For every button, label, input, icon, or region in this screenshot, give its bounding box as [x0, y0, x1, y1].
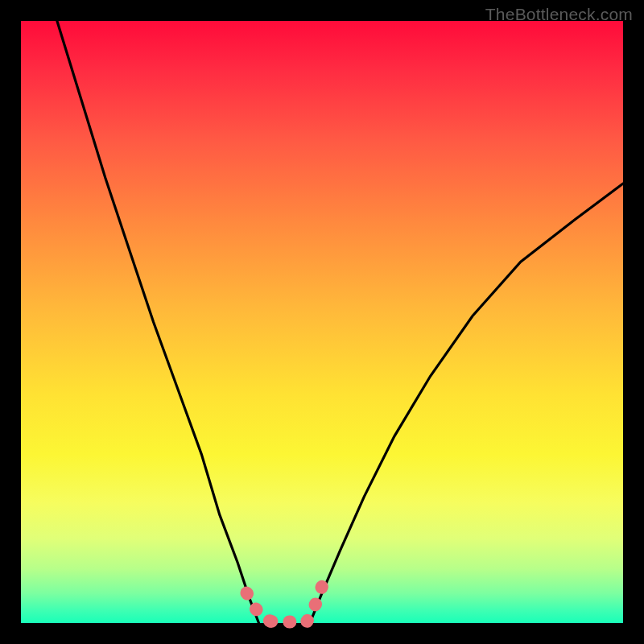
bottom-segment-right — [307, 581, 324, 621]
left-curve — [57, 21, 259, 623]
chart-svg — [21, 21, 623, 623]
right-curve — [310, 184, 623, 623]
